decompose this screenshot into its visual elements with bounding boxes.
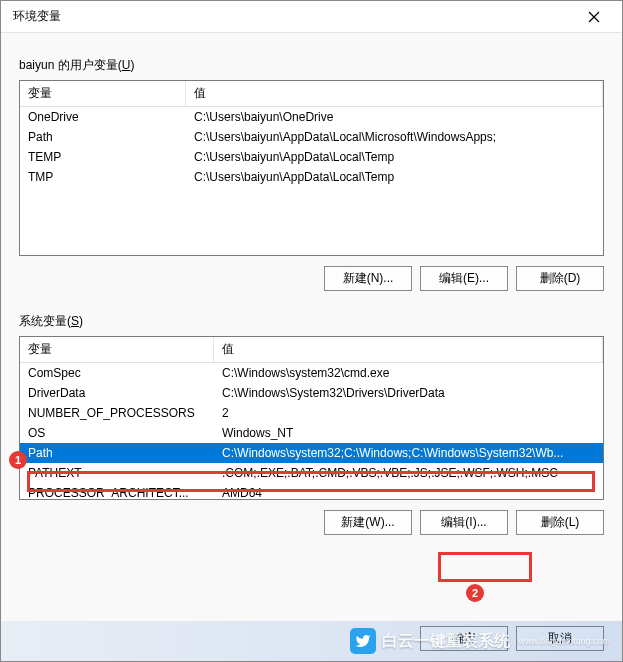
env-vars-dialog: 环境变量 baiyun 的用户变量(U) 变量 值 OneDriveC:\Use… (0, 0, 623, 662)
var-value-cell: Windows_NT (214, 423, 603, 443)
user-vars-buttons: 新建(N)... 编辑(E)... 删除(D) (19, 266, 604, 291)
system-new-button[interactable]: 新建(W)... (324, 510, 412, 535)
var-value-cell: C:\Users\baiyun\OneDrive (186, 107, 603, 127)
table-row[interactable]: PathC:\Windows\system32;C:\Windows;C:\Wi… (20, 443, 603, 463)
var-value-cell: .COM;.EXE;.BAT;.CMD;.VBS;.VBE;.JS;.JSE;.… (214, 463, 603, 483)
annotation-highlight-2 (438, 552, 532, 582)
var-value-cell: 2 (214, 403, 603, 423)
var-name-cell: OneDrive (20, 107, 186, 127)
var-name-cell: Path (20, 443, 214, 463)
dialog-title: 环境变量 (9, 8, 574, 25)
var-value-cell: C:\Windows\system32\cmd.exe (214, 363, 603, 383)
var-value-cell: C:\Windows\System32\Drivers\DriverData (214, 383, 603, 403)
table-row[interactable]: OSWindows_NT (20, 423, 603, 443)
system-delete-button[interactable]: 删除(L) (516, 510, 604, 535)
system-edit-button[interactable]: 编辑(I)... (420, 510, 508, 535)
annotation-badge-2: 2 (466, 584, 484, 602)
user-vars-header: 变量 值 (20, 81, 603, 107)
var-value-cell: C:\Users\baiyun\AppData\Local\Temp (186, 147, 603, 167)
user-vars-listbox[interactable]: 变量 值 OneDriveC:\Users\baiyun\OneDrivePat… (19, 80, 604, 256)
col-header-name[interactable]: 变量 (20, 337, 214, 362)
table-row[interactable]: PathC:\Users\baiyun\AppData\Local\Micros… (20, 127, 603, 147)
table-row[interactable]: NUMBER_OF_PROCESSORS2 (20, 403, 603, 423)
table-row[interactable]: PROCESSOR_ARCHITECT...AMD64 (20, 483, 603, 500)
system-vars-label: 系统变量(S) (19, 313, 604, 330)
var-name-cell: OS (20, 423, 214, 443)
var-name-cell: PROCESSOR_ARCHITECT... (20, 483, 214, 500)
user-vars-label: baiyun 的用户变量(U) (19, 57, 604, 74)
var-value-cell: AMD64 (214, 483, 603, 500)
cancel-button[interactable]: 取消 (516, 626, 604, 651)
system-vars-listbox[interactable]: 变量 值 ComSpecC:\Windows\system32\cmd.exeD… (19, 336, 604, 500)
var-name-cell: TEMP (20, 147, 186, 167)
user-edit-button[interactable]: 编辑(E)... (420, 266, 508, 291)
dialog-content: baiyun 的用户变量(U) 变量 值 OneDriveC:\Users\ba… (1, 33, 622, 535)
close-icon (588, 11, 600, 23)
col-header-name[interactable]: 变量 (20, 81, 186, 106)
var-name-cell: ComSpec (20, 363, 214, 383)
col-header-value[interactable]: 值 (186, 81, 603, 106)
col-header-value[interactable]: 值 (214, 337, 603, 362)
bird-icon (355, 633, 371, 649)
var-value-cell: C:\Users\baiyun\AppData\Local\Microsoft\… (186, 127, 603, 147)
annotation-badge-1: 1 (9, 451, 27, 469)
table-row[interactable]: TEMPC:\Users\baiyun\AppData\Local\Temp (20, 147, 603, 167)
system-vars-buttons: 新建(W)... 编辑(I)... 删除(L) (19, 510, 604, 535)
var-name-cell: NUMBER_OF_PROCESSORS (20, 403, 214, 423)
watermark-logo (350, 628, 376, 654)
var-value-cell: C:\Users\baiyun\AppData\Local\Temp (186, 167, 603, 187)
table-row[interactable]: TMPC:\Users\baiyun\AppData\Local\Temp (20, 167, 603, 187)
system-vars-header: 变量 值 (20, 337, 603, 363)
ok-button[interactable]: 确定 (420, 626, 508, 651)
var-name-cell: Path (20, 127, 186, 147)
var-name-cell: DriverData (20, 383, 214, 403)
var-name-cell: TMP (20, 167, 186, 187)
dialog-footer: 确定 取消 (420, 626, 604, 651)
titlebar: 环境变量 (1, 1, 622, 33)
user-new-button[interactable]: 新建(N)... (324, 266, 412, 291)
table-row[interactable]: OneDriveC:\Users\baiyun\OneDrive (20, 107, 603, 127)
table-row[interactable]: ComSpecC:\Windows\system32\cmd.exe (20, 363, 603, 383)
close-button[interactable] (574, 3, 614, 31)
user-delete-button[interactable]: 删除(D) (516, 266, 604, 291)
var-name-cell: PATHEXT (20, 463, 214, 483)
var-value-cell: C:\Windows\system32;C:\Windows;C:\Window… (214, 443, 603, 463)
table-row[interactable]: DriverDataC:\Windows\System32\Drivers\Dr… (20, 383, 603, 403)
table-row[interactable]: PATHEXT.COM;.EXE;.BAT;.CMD;.VBS;.VBE;.JS… (20, 463, 603, 483)
